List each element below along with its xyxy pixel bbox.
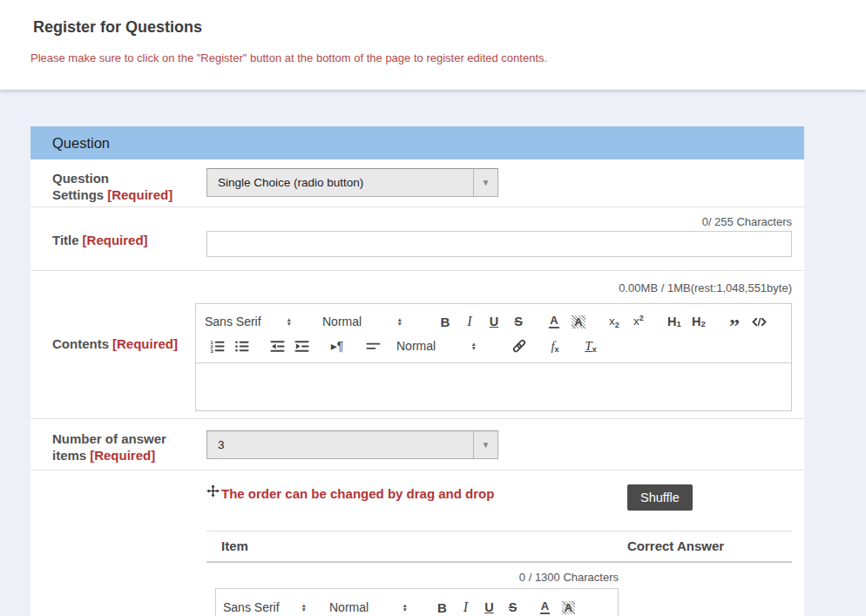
align-icon[interactable] <box>361 335 385 356</box>
contents-size-counter: 0.00MB / 1MB(rest:1,048,551byte) <box>195 271 792 297</box>
title-char-counter: 0/ 255 Characters <box>206 207 792 229</box>
required-badge: [Required] <box>107 187 173 202</box>
outdent-icon[interactable] <box>265 335 289 356</box>
chevron-down-icon: ▼ <box>473 431 497 458</box>
toolbar-group <box>265 335 314 356</box>
page-title: Register for Questions <box>33 18 202 37</box>
bold-icon[interactable]: B <box>433 311 457 332</box>
toolbar-group: BIUS <box>430 598 524 616</box>
font-select[interactable]: Sans Serif▲▼ <box>205 315 292 328</box>
contents-label: Contents[Required] <box>30 271 195 418</box>
move-icon[interactable] <box>206 484 220 501</box>
contents-row: Contents[Required] 0.00MB / 1MB(rest:1,0… <box>30 271 804 419</box>
superscript-icon[interactable]: x2 <box>626 311 651 332</box>
contents-editor-area[interactable] <box>196 363 791 410</box>
section-header: Question <box>30 126 804 159</box>
question-type-select[interactable]: Single Choice (radio button) ▼ <box>206 168 498 197</box>
strike-icon[interactable]: S <box>506 311 531 332</box>
required-badge: [Required] <box>90 448 155 463</box>
indent-icon[interactable] <box>289 335 314 356</box>
chevron-down-icon: ▼ <box>473 169 497 196</box>
answer-items-label-spacer <box>30 470 206 616</box>
header-1-icon[interactable]: H1 <box>662 311 687 332</box>
toolbar-group: Tx <box>578 335 603 356</box>
toolbar-group: H1H2 <box>662 311 711 332</box>
question-form-card: Question Question Settings[Required] Sin… <box>30 126 804 616</box>
header-2-icon[interactable]: H2 <box>687 311 711 332</box>
toolbar-group: Normal▲▼ <box>329 600 422 614</box>
italic-icon[interactable]: I <box>454 598 477 616</box>
toolbar-group: Normal▲▼ <box>396 339 496 353</box>
answer-count-select-value: 3 <box>207 431 473 458</box>
toolbar-group: ▸¶ <box>325 335 349 356</box>
clear-format-icon[interactable]: Tx <box>578 335 603 356</box>
lineheight-select[interactable]: Normal▲▼ <box>396 339 477 353</box>
toolbar-group: Normal▲▼ <box>322 315 422 328</box>
updown-arrows-icon: ▲▼ <box>471 342 477 351</box>
question-type-select-value: Single Choice (radio button) <box>207 169 473 196</box>
item-column-header: Item <box>221 531 248 561</box>
svg-text:3: 3 <box>210 348 213 353</box>
updown-arrows-icon: ▲▼ <box>287 317 292 327</box>
text-color-icon[interactable]: A <box>542 311 566 332</box>
text-color-icon[interactable]: A <box>533 598 557 616</box>
section-title: Question <box>52 135 110 152</box>
drag-hint-row: The order can be changed by drag and dro… <box>206 470 792 531</box>
contents-editor-toolbar: Sans Serif▲▼Normal▲▼BIUSAAx2x2H1H2” 123▸… <box>196 304 791 363</box>
style-select[interactable]: Normal▲▼ <box>329 600 408 614</box>
link-icon[interactable] <box>507 335 531 356</box>
shuffle-button[interactable]: Shuffle <box>627 484 693 511</box>
title-label: Title[Required] <box>30 207 206 270</box>
toolbar-group: Sans Serif▲▼ <box>205 315 311 328</box>
item-char-counter: 0 / 1300 Characters <box>206 563 619 588</box>
list-ordered-icon[interactable]: 123 <box>205 335 229 356</box>
bold-icon[interactable]: B <box>430 598 454 616</box>
required-badge: [Required] <box>112 336 178 351</box>
subscript-icon[interactable]: x2 <box>602 311 626 332</box>
required-badge: [Required] <box>83 233 148 247</box>
toolbar-group: fx <box>543 335 567 356</box>
question-settings-label: Question Settings[Required] <box>30 159 206 206</box>
underline-icon[interactable]: U <box>482 311 506 332</box>
answer-items-block: The order can be changed by drag and dro… <box>30 470 804 616</box>
toolbar-group: AA <box>542 311 591 332</box>
list-bullet-icon[interactable] <box>229 335 254 356</box>
bg-color-icon[interactable]: A <box>566 311 591 332</box>
question-settings-row: Question Settings[Required] Single Choic… <box>30 159 804 207</box>
toolbar-group <box>507 335 531 356</box>
toolbar-group <box>361 335 385 356</box>
updown-arrows-icon: ▲▼ <box>397 317 403 327</box>
updown-arrows-icon: ▲▼ <box>301 603 307 613</box>
title-row: Title[Required] 0/ 255 Characters <box>30 207 804 271</box>
style-select[interactable]: Normal▲▼ <box>322 315 403 328</box>
answer-count-label: Number of answer items[Required] <box>30 419 206 470</box>
title-input[interactable] <box>206 231 792 257</box>
top-header-bar: Register for Questions Please make sure … <box>0 0 866 90</box>
toolbar-group: Sans Serif▲▼ <box>223 600 321 614</box>
toolbar-group: 123 <box>205 335 254 356</box>
direction-icon[interactable]: ▸¶ <box>325 335 349 356</box>
formula-icon[interactable]: fx <box>543 335 567 356</box>
answer-count-row: Number of answer items[Required] 3 ▼ <box>30 419 804 470</box>
toolbar-group: ” <box>722 311 771 332</box>
toolbar-group: x2x2 <box>602 311 651 332</box>
bg-color-icon[interactable]: A <box>557 598 580 616</box>
drag-hint-text: The order can be changed by drag and dro… <box>221 486 494 501</box>
blockquote-icon[interactable]: ” <box>722 311 747 332</box>
strike-icon[interactable]: S <box>501 598 524 616</box>
answer-table-header: Item Correct Answer <box>206 531 792 563</box>
item-editor-toolbar: Sans Serif▲▼Normal▲▼BIUSAA x2x2H1H2”123▸… <box>216 589 618 616</box>
correct-answer-column-header: Correct Answer <box>627 531 724 561</box>
italic-icon[interactable]: I <box>457 311 482 332</box>
toolbar-group: AA <box>533 598 580 616</box>
toolbar-group: BIUS <box>433 311 531 332</box>
code-block-icon[interactable] <box>747 311 771 332</box>
register-notice-text: Please make sure to click on the "Regist… <box>30 51 547 64</box>
updown-arrows-icon: ▲▼ <box>403 603 408 613</box>
answer-count-select[interactable]: 3 ▼ <box>206 430 498 459</box>
font-select[interactable]: Sans Serif▲▼ <box>223 600 307 614</box>
item-editor: Sans Serif▲▼Normal▲▼BIUSAA x2x2H1H2”123▸… <box>215 588 619 616</box>
contents-editor: Sans Serif▲▼Normal▲▼BIUSAAx2x2H1H2” 123▸… <box>195 303 792 411</box>
underline-icon[interactable]: U <box>477 598 501 616</box>
